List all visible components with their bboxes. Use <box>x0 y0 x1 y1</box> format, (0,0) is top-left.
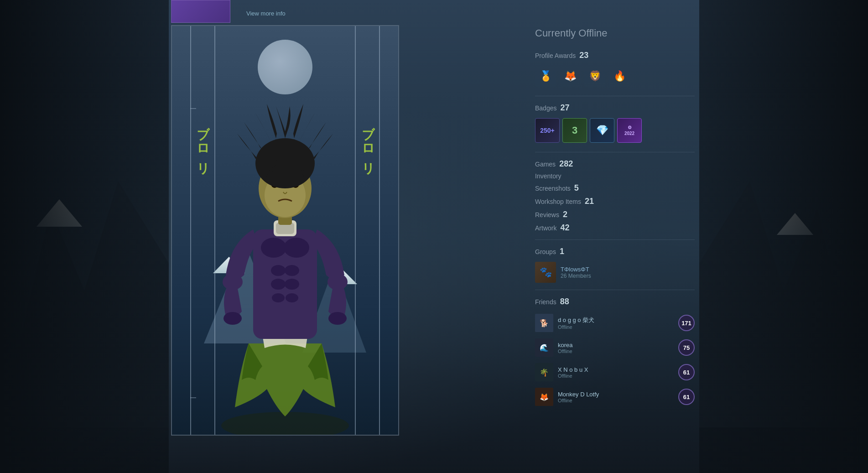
friends-label: Friends <box>535 298 556 306</box>
friend-status-2: Offline <box>558 348 674 354</box>
groups-section-row[interactable]: Groups 1 <box>535 247 695 256</box>
stat-row-screenshots[interactable]: Screenshots 5 <box>535 183 695 193</box>
badges-section-row[interactable]: Badges 27 <box>535 103 695 113</box>
awards-row: 🏅 🦊 🦁 🔥 <box>535 66 695 87</box>
badge-3[interactable]: 3 <box>562 118 587 143</box>
games-count: 282 <box>559 159 573 169</box>
award-item-1[interactable]: 🏅 <box>535 66 556 87</box>
friend-name-4: Monkey D Lotfy <box>558 391 674 398</box>
info-panel: Currently Offline Profile Awards 23 🏅 🦊 … <box>535 27 695 411</box>
friend-name-1: d o g g o 柴犬 <box>558 316 674 324</box>
friend-status-3: Offline <box>558 373 674 379</box>
friend-info-3: X N o b u X Offline <box>558 366 674 379</box>
awards-label: Profile Awards <box>535 52 576 59</box>
divider-3 <box>535 239 695 240</box>
hbar-bottom-left <box>190 397 196 398</box>
divider-4 <box>535 290 695 290</box>
workshop-count: 21 <box>585 197 594 206</box>
divider-1 <box>535 96 695 96</box>
groups-count: 1 <box>560 247 564 256</box>
hbar-top-left <box>190 108 196 109</box>
svg-point-23 <box>255 138 315 188</box>
friend-avatar-2: 🌊 <box>535 338 553 357</box>
award-item-3[interactable]: 🦁 <box>584 66 605 87</box>
character-background: ブロリ ブロリ <box>172 26 398 435</box>
friend-item-3[interactable]: 🌴 X N o b u X Offline 61 <box>535 361 695 383</box>
reviews-label: Reviews <box>535 211 559 218</box>
group-item-1[interactable]: 🐾 TΦlowsΦT 26 Members <box>535 262 695 283</box>
view-more-info-link[interactable]: View more info <box>246 10 286 17</box>
friend-avatar-3: 🌴 <box>535 363 553 381</box>
svg-point-11 <box>223 312 242 325</box>
divider-2 <box>535 152 695 152</box>
screenshots-label: Screenshots <box>535 185 571 192</box>
svg-point-5 <box>285 265 299 276</box>
svg-point-7 <box>285 279 299 290</box>
friend-avatar-1: 🐕 <box>535 314 553 332</box>
stat-row-workshop[interactable]: Workshop Items 21 <box>535 197 695 206</box>
badge-steam2022[interactable]: ⚙ 2022 <box>617 118 642 143</box>
friend-level-2: 75 <box>678 339 695 356</box>
friends-count: 88 <box>560 297 569 307</box>
stat-row-artwork[interactable]: Artwork 42 <box>535 223 695 233</box>
artwork-count: 42 <box>560 223 569 233</box>
friend-avatar-4: 🦊 <box>535 388 553 406</box>
reviews-count: 2 <box>563 210 567 219</box>
svg-point-6 <box>271 279 286 290</box>
friend-info-1: d o g g o 柴犬 Offline <box>558 316 674 330</box>
friend-level-1: 171 <box>678 315 695 331</box>
group-avatar-1: 🐾 <box>535 262 556 283</box>
friend-name-2: korea <box>558 342 674 348</box>
stat-row-reviews[interactable]: Reviews 2 <box>535 210 695 219</box>
awards-section-row[interactable]: Profile Awards 23 <box>535 51 695 60</box>
games-label: Games <box>535 161 556 168</box>
friend-item-2[interactable]: 🌊 korea Offline 75 <box>535 337 695 359</box>
artwork-label: Artwork <box>535 224 556 232</box>
left-dark-overlay <box>0 0 169 473</box>
badge-250plus[interactable]: 250+ <box>535 118 560 143</box>
avatar-box[interactable] <box>171 0 230 23</box>
badge-diamond[interactable]: 💎 <box>590 118 614 143</box>
friend-info-2: korea Offline <box>558 342 674 354</box>
svg-point-9 <box>286 293 298 302</box>
svg-point-3 <box>284 238 309 258</box>
stat-row-inventory[interactable]: Inventory <box>535 172 695 180</box>
right-dark-overlay <box>699 0 868 473</box>
friend-item-4[interactable]: 🦊 Monkey D Lotfy Offline 61 <box>535 386 695 408</box>
svg-point-4 <box>271 265 286 276</box>
badges-count: 27 <box>560 103 569 113</box>
stat-row-games[interactable]: Games 282 <box>535 159 695 169</box>
friend-status-1: Offline <box>558 324 674 330</box>
status-text: Currently Offline <box>535 27 695 39</box>
award-item-4[interactable]: 🔥 <box>609 66 630 87</box>
group-info-1: TΦlowsΦT 26 Members <box>561 266 591 279</box>
badges-label: Badges <box>535 104 556 112</box>
svg-point-8 <box>272 293 285 302</box>
friend-level-3: 61 <box>678 364 695 380</box>
friend-info-4: Monkey D Lotfy Offline <box>558 391 674 403</box>
awards-count: 23 <box>579 51 588 60</box>
friends-section-row[interactable]: Friends 88 <box>535 297 695 307</box>
inventory-label: Inventory <box>535 172 561 180</box>
group-members-1: 26 Members <box>561 273 591 279</box>
workshop-label: Workshop Items <box>535 198 581 205</box>
character-svg <box>203 79 367 435</box>
svg-point-13 <box>328 312 347 325</box>
award-item-2[interactable]: 🦊 <box>560 66 581 87</box>
friend-item-1[interactable]: 🐕 d o g g o 柴犬 Offline 171 <box>535 312 695 334</box>
group-name-1: TΦlowsΦT <box>561 266 591 273</box>
svg-point-2 <box>261 238 286 258</box>
friend-level-4: 61 <box>678 389 695 405</box>
groups-label: Groups <box>535 248 556 255</box>
badges-row: 250+ 3 💎 ⚙ 2022 <box>535 118 695 143</box>
character-panel: ブロリ ブロリ <box>171 25 399 436</box>
screenshots-count: 5 <box>574 183 579 193</box>
friend-status-4: Offline <box>558 398 674 403</box>
friend-name-3: X N o b u X <box>558 366 674 373</box>
